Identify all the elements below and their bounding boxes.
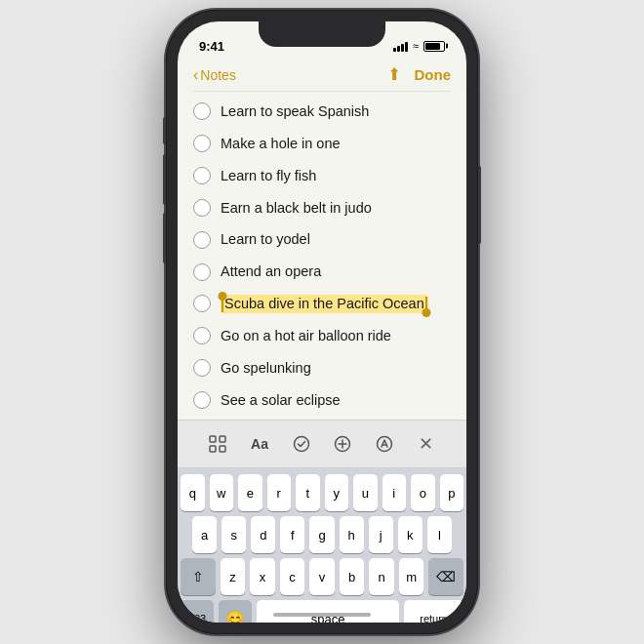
note-text-9: Go spelunking — [221, 359, 311, 378]
list-item: Attend an opera — [178, 256, 466, 288]
note-text-3: Learn to fly fish — [221, 167, 316, 185]
keyboard: q w e r t y u i o p a s d f g h j k — [178, 468, 466, 623]
checkbox-4[interactable] — [193, 199, 211, 217]
back-label: Notes — [200, 67, 236, 83]
list-item: See a solar eclipse — [178, 384, 466, 417]
checkbox-8[interactable] — [193, 327, 211, 344]
key-j[interactable]: j — [369, 516, 393, 553]
list-item-selected: Scuba dive in the Pacific Ocean — [178, 288, 466, 320]
phone-screen: 9:41 ≈ ‹ Notes ⬆ D — [178, 21, 466, 623]
checkbox-9[interactable] — [193, 359, 211, 377]
status-icons: ≈ — [393, 40, 445, 52]
share-icon[interactable]: ⬆ — [387, 64, 401, 85]
format-text-button[interactable]: Aa — [244, 428, 275, 460]
key-o[interactable]: o — [411, 474, 435, 511]
key-i[interactable]: i — [382, 474, 407, 511]
markup-icon — [376, 435, 393, 453]
key-z[interactable]: z — [221, 558, 246, 595]
key-x[interactable]: x — [250, 558, 275, 595]
note-text-2: Make a hole in one — [221, 135, 341, 153]
status-time: 9:41 — [199, 39, 224, 54]
note-text-1: Learn to speak Spanish — [221, 102, 369, 121]
key-n[interactable]: n — [369, 558, 394, 595]
power-button — [478, 166, 481, 244]
key-space[interactable]: space — [257, 600, 399, 623]
list-item: Go spelunking — [178, 352, 466, 384]
svg-rect-0 — [210, 436, 216, 442]
list-item: Make a hole in one — [178, 128, 466, 160]
key-a[interactable]: a — [192, 516, 217, 553]
signal-icon — [393, 41, 408, 52]
battery-icon — [423, 41, 445, 52]
key-l[interactable]: l — [427, 516, 452, 553]
list-item: Learn to fly fish — [178, 160, 466, 192]
keyboard-row-1: q w e r t y u i o p — [181, 474, 463, 511]
key-s[interactable]: s — [221, 516, 246, 553]
key-w[interactable]: w — [210, 474, 234, 511]
notch — [259, 21, 385, 47]
key-emoji[interactable]: 😊 — [219, 600, 252, 623]
plus-circle-icon — [334, 435, 351, 453]
checkbox-5[interactable] — [193, 231, 211, 249]
svg-rect-3 — [220, 446, 225, 452]
back-button[interactable]: ‹ Notes — [193, 66, 236, 84]
mute-button — [163, 117, 166, 144]
check-circle-icon — [293, 435, 310, 453]
checkbox-1[interactable] — [193, 102, 211, 120]
nav-bar: ‹ Notes ⬆ Done — [178, 62, 466, 91]
grid-button[interactable] — [202, 428, 233, 460]
home-indicator — [273, 613, 371, 617]
keyboard-row-3: ⇧ z x c v b n m ⌫ — [181, 558, 463, 595]
checkbox-6[interactable] — [193, 263, 211, 281]
key-c[interactable]: c — [280, 558, 305, 595]
key-h[interactable]: h — [340, 516, 364, 553]
volume-down-button — [163, 213, 166, 263]
list-item: Go on a hot air balloon ride — [178, 320, 466, 352]
formatting-toolbar: Aa ✕ — [178, 420, 466, 468]
back-chevron-icon: ‹ — [193, 66, 198, 84]
list-item: Learn to speak Spanish — [178, 96, 466, 128]
list-item: Earn a black belt in judo — [178, 192, 466, 224]
key-q[interactable]: q — [181, 474, 205, 511]
grid-icon — [209, 435, 226, 453]
note-text-4: Earn a black belt in judo — [221, 199, 372, 218]
checklist-button[interactable] — [286, 428, 317, 460]
checkbox-10[interactable] — [193, 391, 211, 409]
note-text-6: Attend an opera — [221, 262, 321, 281]
checkbox-7[interactable] — [193, 295, 211, 312]
checkbox-3[interactable] — [193, 167, 211, 184]
checkbox-2[interactable] — [193, 135, 211, 152]
key-r[interactable]: r — [267, 474, 292, 511]
note-text-10: See a solar eclipse — [221, 391, 341, 410]
key-v[interactable]: v — [309, 558, 335, 595]
key-k[interactable]: k — [398, 516, 423, 553]
keyboard-row-4: 123 😊 space return — [181, 600, 463, 623]
nav-actions: ⬆ Done — [387, 64, 452, 85]
key-delete[interactable]: ⌫ — [428, 558, 463, 595]
key-p[interactable]: p — [440, 474, 464, 511]
phone-frame: 9:41 ≈ ‹ Notes ⬆ D — [166, 10, 478, 634]
key-u[interactable]: u — [353, 474, 378, 511]
key-t[interactable]: t — [296, 474, 320, 511]
svg-rect-1 — [220, 436, 225, 442]
note-text-8: Go on a hot air balloon ride — [221, 327, 391, 345]
svg-rect-2 — [210, 446, 216, 452]
svg-point-4 — [294, 437, 308, 452]
volume-up-button — [163, 154, 166, 205]
key-e[interactable]: e — [238, 474, 262, 511]
key-f[interactable]: f — [280, 516, 304, 553]
keyboard-row-2: a s d f g h j k l — [181, 516, 463, 553]
close-toolbar-button[interactable]: ✕ — [411, 428, 442, 460]
key-y[interactable]: y — [325, 474, 349, 511]
done-button[interactable]: Done — [415, 66, 452, 83]
note-text-5: Learn to yodel — [221, 230, 310, 249]
wifi-icon: ≈ — [413, 40, 419, 52]
key-g[interactable]: g — [309, 516, 334, 553]
key-m[interactable]: m — [399, 558, 424, 595]
markup-button[interactable] — [369, 428, 400, 460]
add-button[interactable] — [327, 428, 358, 460]
note-text-7: Scuba dive in the Pacific Ocean — [221, 295, 428, 313]
key-shift[interactable]: ⇧ — [181, 558, 216, 595]
key-d[interactable]: d — [251, 516, 275, 553]
key-b[interactable]: b — [340, 558, 365, 595]
